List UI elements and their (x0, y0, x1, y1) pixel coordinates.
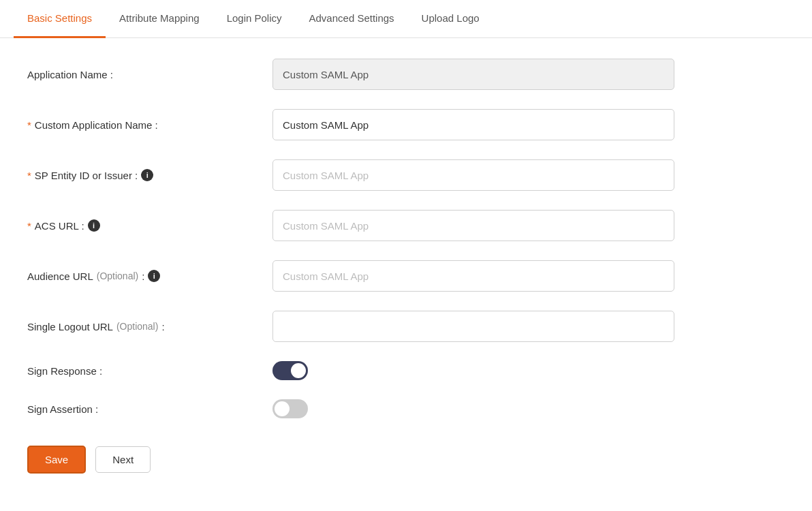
required-star: * (27, 119, 31, 131)
sign-assertion-row: Sign Assertion : (27, 399, 722, 418)
logout-url-row: Single Logout URL (Optional) : (27, 311, 722, 342)
sign-response-row: Sign Response : (27, 361, 722, 380)
custom-app-name-label: *Custom Application Name : (27, 119, 272, 131)
acs-url-info-icon[interactable]: i (88, 219, 100, 232)
sp-entity-info-icon[interactable]: i (141, 169, 153, 181)
acs-url-label: *ACS URL : i (27, 219, 272, 232)
button-row: Save Next (27, 439, 722, 474)
tab-navigation: Basic Settings Attribute Mapping Login P… (0, 0, 812, 38)
custom-app-name-row: *Custom Application Name : (27, 109, 722, 140)
logout-url-optional: (Optional) (116, 321, 158, 332)
application-name-input (272, 59, 674, 90)
next-button[interactable]: Next (95, 446, 151, 473)
tab-attribute-mapping[interactable]: Attribute Mapping (106, 0, 213, 38)
tab-advanced-settings[interactable]: Advanced Settings (296, 0, 408, 38)
sign-response-toggle[interactable] (272, 361, 308, 380)
custom-app-name-input[interactable] (272, 109, 674, 140)
acs-url-input[interactable] (272, 210, 674, 241)
tab-basic-settings[interactable]: Basic Settings (14, 0, 106, 38)
tab-login-policy[interactable]: Login Policy (213, 0, 296, 38)
tab-upload-logo[interactable]: Upload Logo (408, 0, 493, 38)
sp-entity-input[interactable] (272, 159, 674, 191)
sign-response-label: Sign Response : (27, 365, 272, 377)
required-star-sp: * (27, 170, 31, 181)
audience-url-row: Audience URL (Optional) : i (27, 260, 722, 292)
sp-entity-row: *SP Entity ID or Issuer : i (27, 159, 722, 191)
required-star-acs: * (27, 220, 31, 232)
audience-url-info-icon[interactable]: i (148, 270, 160, 282)
basic-settings-form: Application Name : *Custom Application N… (0, 38, 749, 494)
application-name-row: Application Name : (27, 59, 722, 90)
sign-response-slider (272, 361, 308, 380)
audience-url-label: Audience URL (Optional) : i (27, 270, 272, 282)
save-button[interactable]: Save (27, 446, 86, 474)
audience-url-input[interactable] (272, 260, 674, 292)
audience-url-optional: (Optional) (97, 270, 138, 281)
sp-entity-label: *SP Entity ID or Issuer : i (27, 169, 272, 181)
sign-assertion-label: Sign Assertion : (27, 403, 272, 415)
application-name-label: Application Name : (27, 69, 272, 80)
acs-url-row: *ACS URL : i (27, 210, 722, 241)
logout-url-label: Single Logout URL (Optional) : (27, 321, 272, 332)
sign-assertion-slider (272, 399, 308, 418)
sign-assertion-toggle[interactable] (272, 399, 308, 418)
logout-url-input[interactable] (272, 311, 674, 342)
